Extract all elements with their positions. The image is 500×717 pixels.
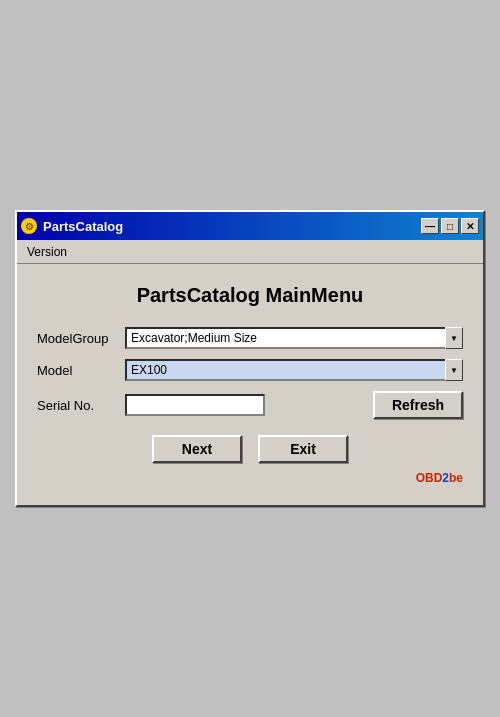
version-menu[interactable]: Version — [21, 243, 73, 261]
serial-input[interactable] — [125, 394, 265, 416]
title-bar: ⚙ PartsCatalog — □ ✕ — [17, 212, 483, 240]
model-row: Model EX100 EX120 EX150 EX200 ▼ — [37, 359, 463, 381]
refresh-button[interactable]: Refresh — [373, 391, 463, 419]
model-select-wrapper: EX100 EX120 EX150 EX200 ▼ — [125, 359, 463, 381]
watermark: OBD2be — [416, 471, 463, 485]
exit-button[interactable]: Exit — [258, 435, 348, 463]
serial-row: Serial No. Refresh — [37, 391, 463, 419]
model-group-row: ModelGroup Excavator;Medium Size Excavat… — [37, 327, 463, 349]
title-bar-left: ⚙ PartsCatalog — [21, 218, 123, 234]
model-group-select-wrapper: Excavator;Medium Size Excavator;Large Si… — [125, 327, 463, 349]
watermark-obd: OBD — [416, 471, 443, 485]
serial-label: Serial No. — [37, 398, 117, 413]
next-button[interactable]: Next — [152, 435, 242, 463]
main-window: ⚙ PartsCatalog — □ ✕ Version PartsCatalo… — [15, 210, 485, 507]
content-area: PartsCatalog MainMenu ModelGroup Excavat… — [17, 264, 483, 505]
watermark-2: 2 — [442, 471, 449, 485]
window-title: PartsCatalog — [43, 219, 123, 234]
window-controls: — □ ✕ — [421, 218, 479, 234]
app-icon: ⚙ — [21, 218, 37, 234]
restore-button[interactable]: □ — [441, 218, 459, 234]
model-group-label: ModelGroup — [37, 331, 117, 346]
model-group-select[interactable]: Excavator;Medium Size Excavator;Large Si… — [125, 327, 463, 349]
watermark-be: be — [449, 471, 463, 485]
close-button[interactable]: ✕ — [461, 218, 479, 234]
model-label: Model — [37, 363, 117, 378]
minimize-button[interactable]: — — [421, 218, 439, 234]
model-select[interactable]: EX100 EX120 EX150 EX200 — [125, 359, 463, 381]
page-title: PartsCatalog MainMenu — [37, 284, 463, 307]
menu-bar: Version — [17, 240, 483, 264]
action-buttons: Next Exit — [37, 435, 463, 463]
